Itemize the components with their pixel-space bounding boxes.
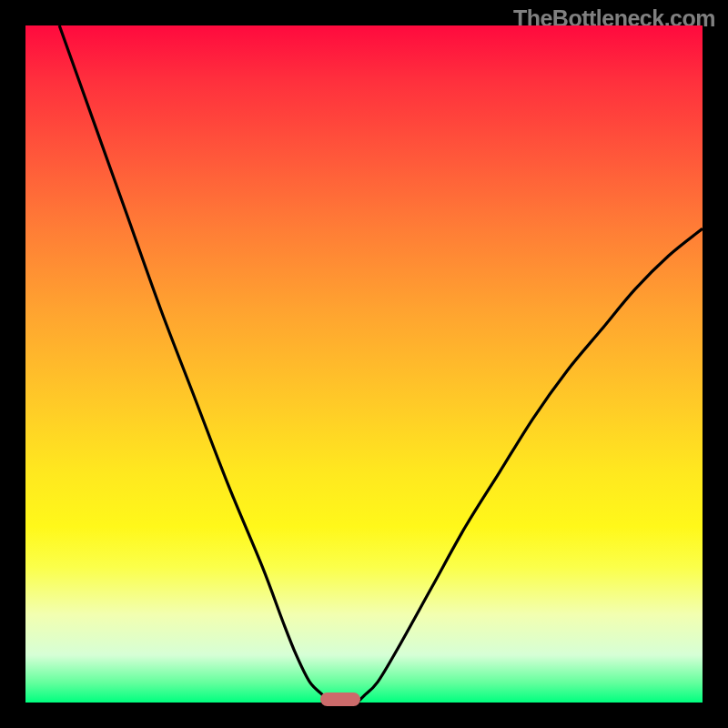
left-branch-curve [59, 25, 327, 703]
chart-frame: TheBottleneck.com [0, 0, 728, 728]
right-branch-curve [358, 228, 703, 703]
optimal-marker [320, 693, 361, 706]
curve-layer [25, 25, 703, 703]
plot-area [25, 25, 703, 703]
